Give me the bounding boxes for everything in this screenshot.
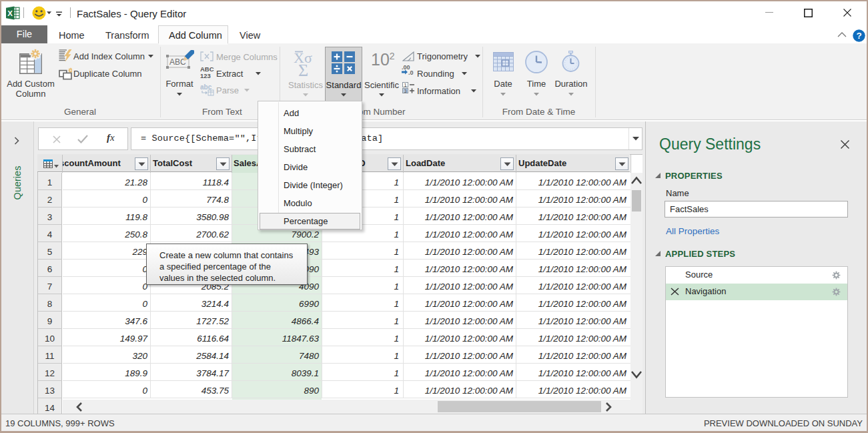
svg-text:Σ: Σ bbox=[298, 61, 308, 76]
svg-text:123: 123 bbox=[200, 72, 211, 79]
svg-text:X: X bbox=[7, 9, 13, 17]
svg-text:.0: .0 bbox=[408, 69, 414, 75]
svg-text:ABC: ABC bbox=[169, 57, 186, 67]
svg-text:abc: abc bbox=[200, 83, 212, 91]
svg-text:1: 1 bbox=[404, 82, 407, 88]
svg-text:3: 3 bbox=[404, 88, 407, 93]
svg-text:?: ? bbox=[856, 31, 861, 41]
